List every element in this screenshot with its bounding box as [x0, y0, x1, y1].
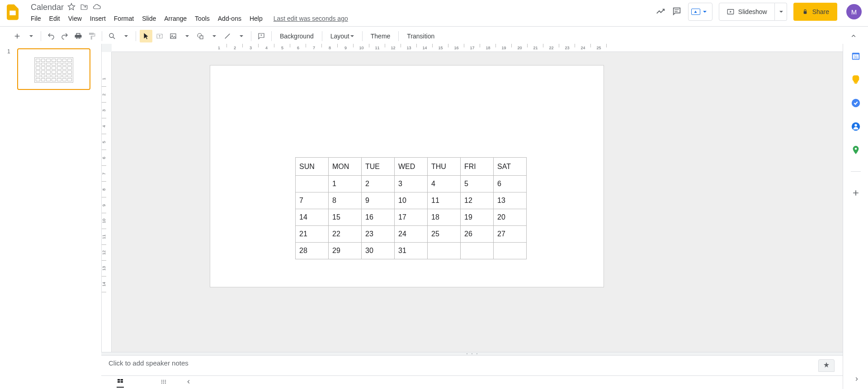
select-tool[interactable] [140, 30, 152, 42]
calendar-header-cell[interactable]: THU [428, 158, 461, 176]
menu-arrange[interactable]: Arrange [160, 13, 190, 24]
paint-format-button[interactable] [85, 30, 98, 42]
document-title[interactable]: Calendar [31, 3, 64, 12]
calendar-day-cell[interactable] [461, 243, 494, 259]
new-slide-button[interactable] [11, 30, 24, 42]
transition-button[interactable]: Transition [402, 30, 439, 42]
calendar-day-cell[interactable]: 12 [461, 192, 494, 209]
collapse-toolbar-icon[interactable] [847, 30, 860, 42]
calendar-day-cell[interactable]: 6 [494, 176, 527, 192]
calendar-day-cell[interactable]: 11 [428, 192, 461, 209]
contacts-addon-icon[interactable] [851, 122, 861, 131]
calendar-header-cell[interactable]: TUE [362, 158, 395, 176]
present-button[interactable] [688, 3, 712, 21]
slide-canvas[interactable]: SUNMONTUEWEDTHUFRISAT1234567891011121314… [210, 66, 604, 287]
filmstrip-view-icon[interactable] [160, 378, 167, 387]
account-avatar[interactable]: M [846, 4, 862, 19]
slideshow-button[interactable]: Slideshow [719, 3, 775, 21]
background-button[interactable]: Background [275, 30, 318, 42]
hide-side-panel-icon[interactable] [854, 376, 860, 384]
calendar-day-cell[interactable]: 18 [428, 209, 461, 226]
calendar-day-cell[interactable]: 19 [461, 209, 494, 226]
calendar-day-cell[interactable]: 17 [395, 209, 428, 226]
share-button[interactable]: Share [793, 3, 837, 21]
calendar-day-cell[interactable]: 31 [395, 243, 428, 259]
calendar-header-cell[interactable]: SAT [494, 158, 527, 176]
keep-addon-icon[interactable] [851, 75, 861, 84]
cloud-status-icon[interactable] [93, 3, 101, 12]
shape-tool[interactable] [194, 30, 207, 42]
calendar-header-cell[interactable]: WED [395, 158, 428, 176]
shape-dropdown[interactable] [208, 30, 220, 42]
zoom-button[interactable] [106, 30, 118, 42]
notes-splitter[interactable] [101, 352, 843, 356]
maps-addon-icon[interactable] [851, 145, 861, 155]
calendar-day-cell[interactable]: 10 [395, 192, 428, 209]
new-slide-dropdown[interactable] [24, 30, 37, 42]
menu-file[interactable]: File [27, 13, 45, 24]
line-tool[interactable] [221, 30, 234, 42]
undo-button[interactable] [45, 30, 57, 42]
get-addons-icon[interactable] [851, 188, 861, 198]
calendar-day-cell[interactable] [296, 176, 329, 192]
image-tool[interactable] [167, 30, 179, 42]
calendar-day-cell[interactable]: 4 [428, 176, 461, 192]
layout-button[interactable]: Layout [326, 30, 359, 42]
comments-icon[interactable] [672, 6, 682, 18]
last-edit-link[interactable]: Last edit was seconds ago [274, 15, 348, 22]
activity-icon[interactable] [656, 6, 665, 18]
calendar-header-cell[interactable]: SUN [296, 158, 329, 176]
theme-button[interactable]: Theme [366, 30, 395, 42]
tasks-addon-icon[interactable] [851, 98, 861, 108]
calendar-table[interactable]: SUNMONTUEWEDTHUFRISAT1234567891011121314… [295, 157, 527, 259]
slideshow-dropdown[interactable] [775, 3, 787, 21]
image-dropdown[interactable] [180, 30, 193, 42]
comment-tool[interactable] [255, 30, 268, 42]
menu-view[interactable]: View [65, 13, 85, 24]
speaker-notes[interactable]: Click to add speaker notes [101, 356, 843, 375]
calendar-day-cell[interactable]: 27 [494, 226, 527, 243]
line-dropdown[interactable] [235, 30, 247, 42]
move-icon[interactable] [80, 3, 88, 12]
menu-tools[interactable]: Tools [191, 13, 213, 24]
slide-thumbnail-1[interactable] [17, 48, 90, 90]
calendar-header-cell[interactable]: FRI [461, 158, 494, 176]
redo-button[interactable] [58, 30, 71, 42]
calendar-day-cell[interactable]: 13 [494, 192, 527, 209]
calendar-day-cell[interactable]: 14 [296, 209, 329, 226]
calendar-day-cell[interactable]: 5 [461, 176, 494, 192]
menu-addons[interactable]: Add-ons [214, 13, 245, 24]
calendar-day-cell[interactable]: 29 [329, 243, 362, 259]
calendar-day-cell[interactable]: 1 [329, 176, 362, 192]
menu-insert[interactable]: Insert [86, 13, 109, 24]
menu-slide[interactable]: Slide [138, 13, 160, 24]
calendar-day-cell[interactable] [494, 243, 527, 259]
star-icon[interactable] [67, 3, 75, 12]
calendar-day-cell[interactable] [428, 243, 461, 259]
calendar-day-cell[interactable]: 3 [395, 176, 428, 192]
calendar-day-cell[interactable]: 2 [362, 176, 395, 192]
calendar-day-cell[interactable]: 28 [296, 243, 329, 259]
calendar-header-cell[interactable]: MON [329, 158, 362, 176]
calendar-day-cell[interactable]: 25 [428, 226, 461, 243]
calendar-day-cell[interactable]: 22 [329, 226, 362, 243]
calendar-day-cell[interactable]: 16 [362, 209, 395, 226]
text-box-tool[interactable]: T [153, 30, 166, 42]
calendar-day-cell[interactable]: 21 [296, 226, 329, 243]
calendar-day-cell[interactable]: 15 [329, 209, 362, 226]
calendar-day-cell[interactable]: 20 [494, 209, 527, 226]
calendar-day-cell[interactable]: 8 [329, 192, 362, 209]
menu-format[interactable]: Format [110, 13, 137, 24]
calendar-day-cell[interactable]: 26 [461, 226, 494, 243]
calendar-day-cell[interactable]: 7 [296, 192, 329, 209]
calendar-day-cell[interactable]: 9 [362, 192, 395, 209]
print-button[interactable] [72, 30, 85, 42]
calendar-day-cell[interactable]: 30 [362, 243, 395, 259]
zoom-dropdown[interactable] [119, 30, 132, 42]
back-icon[interactable] [185, 379, 192, 386]
grid-view-icon[interactable] [117, 377, 124, 388]
explore-button[interactable] [818, 359, 835, 372]
slides-logo-icon[interactable] [4, 3, 22, 21]
menu-edit[interactable]: Edit [46, 13, 64, 24]
menu-help[interactable]: Help [246, 13, 266, 24]
